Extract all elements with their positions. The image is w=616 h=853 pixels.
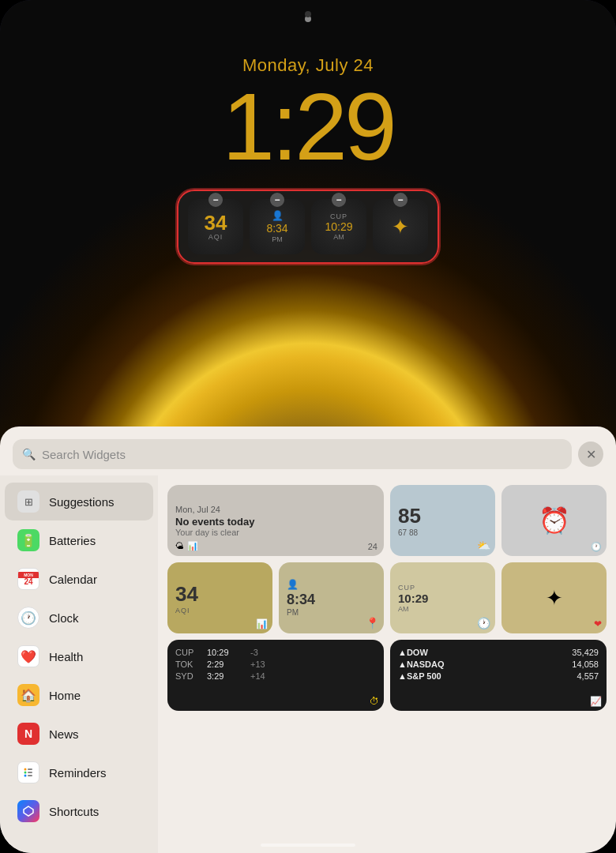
alarm-icon: ⏰ xyxy=(539,505,570,535)
cup-label-text: CUP xyxy=(398,584,415,592)
stock-row-dow: ▲DOW 35,429 xyxy=(398,648,599,657)
widget-grid: Mon, Jul 24 No events today Your day is … xyxy=(158,475,616,853)
home-icon: 🏠 xyxy=(17,684,39,706)
cup-time: 10:29 xyxy=(325,221,352,233)
sparkle-icon: ✦ xyxy=(392,215,409,239)
cup-time-value: 10:29 xyxy=(398,592,428,605)
sidebar-label-shortcuts: Shortcuts xyxy=(49,805,99,818)
weather-widget[interactable]: 85 67 88 ⛅ xyxy=(390,485,495,556)
close-panel-button[interactable]: ✕ xyxy=(578,442,603,467)
news-icon: N xyxy=(17,723,39,745)
remove-aqi-btn[interactable]: − xyxy=(208,193,223,207)
weather-mini-icon: 🌤 xyxy=(175,541,184,551)
cal-widget-day: Mon, Jul 24 xyxy=(175,505,220,514)
sidebar-item-batteries[interactable]: 🔋 Batteries xyxy=(5,521,153,559)
stock-sp500-val: 4,557 xyxy=(577,671,599,681)
alarm-widget[interactable]: ⏰ 🕐 xyxy=(501,485,607,556)
svg-rect-3 xyxy=(28,768,32,770)
worldclock-widget[interactable]: 👤 8:34 PM 📍 xyxy=(279,562,384,633)
cup-time-widget[interactable]: CUP 10:29 AM 🕐 xyxy=(390,562,495,633)
sidebar-item-health[interactable]: ❤️ Health xyxy=(5,637,153,675)
stock-nasdaq-name: ▲NASDAQ xyxy=(398,659,445,669)
weather-bottom-icons: ⛅ xyxy=(477,539,490,552)
search-bar[interactable]: 🔍 Search Widgets xyxy=(13,439,572,469)
sidebar-item-reminders[interactable]: Reminders xyxy=(5,753,153,791)
svg-point-1 xyxy=(24,772,27,774)
clock-icon: 👤 xyxy=(272,210,284,221)
times-clock-icon: ⏱ xyxy=(370,696,379,707)
sidebar-item-home[interactable]: 🏠 Home xyxy=(5,676,153,714)
reminders-icon xyxy=(17,761,39,783)
search-bar-container: 🔍 Search Widgets ✕ xyxy=(0,426,616,475)
search-input-placeholder[interactable]: Search Widgets xyxy=(42,448,126,461)
time-syd: 3:29 xyxy=(207,671,242,681)
lock-time: 1:29 xyxy=(222,79,394,174)
cal-widget-title: No events today xyxy=(175,516,254,528)
cloud-icon: ⛅ xyxy=(477,539,490,552)
suggestions-icon: ⊞ xyxy=(17,490,39,513)
sidebar-item-shortcuts[interactable]: Shortcuts xyxy=(5,792,153,830)
sidebar-item-clock[interactable]: 🕐 Clock xyxy=(5,599,153,637)
activity-mini-icon: 📊 xyxy=(187,541,198,551)
clock-icon: 🕐 xyxy=(17,607,39,629)
cal-bottom-icons: 🌤 📊 xyxy=(175,541,198,551)
calendar-widget[interactable]: Mon, Jul 24 No events today Your day is … xyxy=(167,485,384,556)
cup-period-text: AM xyxy=(398,605,409,613)
shortcuts-icon xyxy=(17,800,39,822)
lock-widget-cup[interactable]: − CUP 10:29 AM xyxy=(311,199,366,254)
times-row-cup: CUP 10:29 -3 xyxy=(175,648,376,657)
clock-time: 8:34 xyxy=(266,223,287,235)
stock-row-sp500: ▲S&P 500 4,557 xyxy=(398,671,599,681)
offset-tok: +13 xyxy=(250,659,265,669)
sidebar-item-news[interactable]: N News xyxy=(5,715,153,753)
stock-dow-val: 35,429 xyxy=(572,648,599,657)
lock-widget-sparkle[interactable]: − ✦ xyxy=(373,199,428,254)
cup-clock-icon: 🕐 xyxy=(477,617,490,629)
svg-marker-6 xyxy=(24,806,33,816)
remove-sparkle-btn[interactable]: − xyxy=(393,193,408,207)
sidebar-label-suggestions: Suggestions xyxy=(49,495,115,509)
cup-label: CUP xyxy=(330,212,347,220)
city-cup: CUP xyxy=(175,648,199,657)
stock-nasdaq-val: 14,058 xyxy=(572,659,599,669)
sparkle-widget[interactable]: ✦ ❤ xyxy=(501,562,607,633)
offset-syd: +14 xyxy=(250,671,265,681)
widget-panel: 🔍 Search Widgets ✕ ⊞ Suggestions 🔋 Batte… xyxy=(0,426,616,853)
svg-point-0 xyxy=(24,768,27,771)
lock-widgets-row: − 34 AQI − 👤 8:34 PM − CUP 10:29 AM − ✦ xyxy=(177,190,439,264)
lock-widget-clock[interactable]: − 👤 8:34 PM xyxy=(250,199,305,254)
sidebar-label-news: News xyxy=(49,727,79,741)
batteries-icon: 🔋 xyxy=(17,529,39,551)
cal-widget-sub: Your day is clear xyxy=(175,528,239,537)
sidebar-item-calendar[interactable]: MON 24 Calendar xyxy=(5,560,153,598)
home-indicator[interactable] xyxy=(261,844,355,847)
stock-sp500-name: ▲S&P 500 xyxy=(398,671,441,681)
stock-dow-name: ▲DOW xyxy=(398,648,428,657)
worldclock-time: 8:34 xyxy=(287,592,315,608)
search-icon: 🔍 xyxy=(22,448,36,460)
sparkle2-icon: ✦ xyxy=(546,586,563,611)
times-row-tok: TOK 2:29 +13 xyxy=(175,659,376,669)
worldclock-bottom-icon: 📍 xyxy=(366,617,379,629)
remove-clock-btn[interactable]: − xyxy=(270,193,284,207)
health-icon: ❤️ xyxy=(17,645,39,667)
stocks-widget[interactable]: ▲DOW 35,429 ▲NASDAQ 14,058 ▲S&P 500 4,55… xyxy=(390,640,607,711)
heart-icon: ❤ xyxy=(594,618,602,629)
times-row-syd: SYD 3:29 +14 xyxy=(175,671,376,681)
sidebar: ⊞ Suggestions 🔋 Batteries MON 24 Calenda… xyxy=(0,475,158,853)
clock-period: PM xyxy=(272,235,283,243)
remove-cup-btn[interactable]: − xyxy=(332,193,346,207)
aqi-weather-icon: 📊 xyxy=(256,618,268,629)
aqi-number: 34 xyxy=(175,582,198,607)
ipad-frame: Monday, July 24 1:29 − 34 AQI − 👤 8:34 P… xyxy=(0,0,616,853)
times-list-widget[interactable]: CUP 10:29 -3 TOK 2:29 +13 SYD 3:29 +14 xyxy=(167,640,384,711)
aqi-value: 34 xyxy=(205,212,227,233)
lock-widget-aqi[interactable]: − 34 AQI xyxy=(188,199,243,254)
weather-range: 67 88 xyxy=(398,528,418,537)
aqi-widget[interactable]: 34 AQI 📊 xyxy=(167,562,272,633)
stocks-icon: 📈 xyxy=(590,696,602,707)
svg-rect-4 xyxy=(28,772,32,773)
sidebar-item-suggestions[interactable]: ⊞ Suggestions xyxy=(5,483,153,520)
clock-mini-icon: 🕐 xyxy=(591,542,602,552)
sidebar-label-reminders: Reminders xyxy=(49,766,107,780)
